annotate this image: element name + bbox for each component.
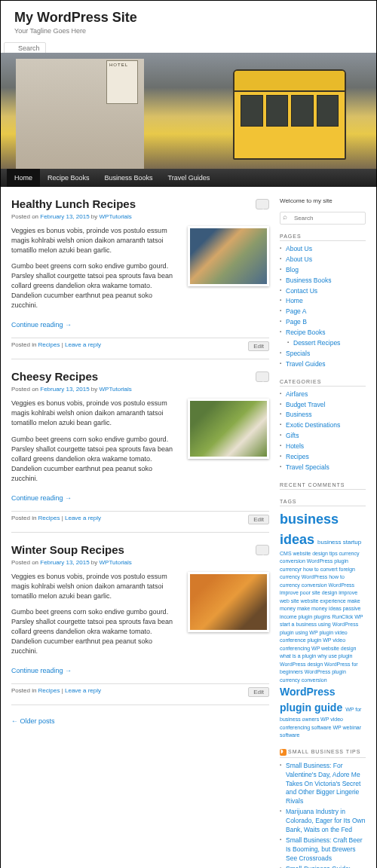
list-item: Small Business: Craft Beer Is Booming, b… (280, 836, 366, 864)
sidebar-search-input[interactable] (280, 212, 366, 225)
category-link[interactable]: Hotels (286, 442, 304, 450)
older-posts-link[interactable]: ← Older posts (11, 717, 55, 725)
page-link[interactable]: Specials (286, 350, 310, 357)
post-title[interactable]: Healthy Lunch Recipes (11, 197, 136, 210)
post-title[interactable]: Cheesy Recipes (11, 370, 98, 383)
list-item: Recipe Books (280, 328, 366, 338)
list-item: Travel Specials (280, 463, 366, 473)
site-header: My WordPress Site Your Tagline Goes Here (1, 1, 376, 53)
post-paragraph: Veggies es bonus vobis, proinde vos post… (11, 399, 180, 428)
post: Healthy Lunch Recipes Posted on February… (11, 197, 269, 359)
recent-comments-widget: RECENT COMMENTS (280, 482, 366, 490)
post-paragraph: Veggies es bonus vobis, proinde vos post… (11, 572, 180, 601)
category-link[interactable]: Recipes (38, 515, 60, 521)
welcome-text: Welcome to my site (280, 197, 366, 204)
list-item: Gifts (280, 431, 366, 442)
post-meta: Posted on February 13, 2015 by WPTutoria… (11, 559, 269, 566)
nav-travel-guides[interactable]: Travel Guides (161, 169, 218, 187)
page-link[interactable]: Blog (286, 266, 299, 274)
sidebar-search (280, 212, 366, 225)
site-title[interactable]: My WordPress Site (14, 10, 363, 26)
post: Winter Soup Recipes Posted on February 1… (11, 543, 269, 705)
post-thumbnail[interactable] (188, 226, 269, 286)
list-item: Hotels (280, 442, 366, 452)
list-item: Business (280, 410, 366, 420)
primary-nav: Home Recipe Books Business Books Travel … (1, 169, 376, 187)
post-thumbnail[interactable] (188, 399, 269, 459)
post-date-link[interactable]: February 13, 2015 (40, 559, 89, 566)
comment-bubble-icon[interactable] (256, 371, 269, 382)
page-link[interactable]: Page A (286, 307, 306, 315)
nav-recipe-books[interactable]: Recipe Books (40, 169, 97, 187)
page-link[interactable]: Page B (286, 318, 307, 326)
post-author-link[interactable]: WPTutorials (100, 213, 132, 220)
page-link[interactable]: Business Books (286, 277, 331, 284)
main-content: Healthy Lunch Recipes Posted on February… (11, 197, 269, 868)
category-link[interactable]: Airfares (286, 390, 308, 398)
comment-bubble-icon[interactable] (256, 199, 269, 209)
list-item: Recipes (280, 452, 366, 463)
post-author-link[interactable]: WPTutorials (100, 559, 132, 566)
tag-cloud-small[interactable]: CMS website design tips currency convers… (280, 551, 363, 683)
leave-reply-link[interactable]: Leave a reply (65, 687, 101, 694)
continue-reading-link[interactable]: Continue reading → (11, 321, 72, 329)
leave-reply-link[interactable]: Leave a reply (65, 515, 101, 521)
list-item: Small Business: For Valentine's Day, Ado… (280, 761, 366, 807)
pages-widget: PAGES About Us About Us Blog Business Bo… (280, 234, 366, 370)
page-link[interactable]: Dessert Recipes (293, 339, 340, 347)
list-item: Page A (280, 307, 366, 317)
hero-image[interactable] (1, 53, 376, 169)
rss-icon[interactable] (280, 749, 287, 756)
tags-widget: TAGS business ideas business startup CMS… (280, 499, 366, 740)
category-link[interactable]: Recipes (38, 341, 60, 348)
category-link[interactable]: Exotic Destinations (286, 421, 340, 429)
page-link[interactable]: Travel Guides (286, 360, 326, 368)
page-link[interactable]: About Us (286, 255, 312, 263)
page-link[interactable]: About Us (286, 245, 312, 252)
post-date-link[interactable]: February 13, 2015 (40, 386, 89, 393)
post-paragraph: Gumbo beet greens corn soko endive gumbo… (11, 261, 180, 310)
list-item: Budget Travel (280, 400, 366, 411)
category-link[interactable]: Budget Travel (286, 401, 325, 408)
category-link[interactable]: Travel Specials (286, 463, 329, 471)
continue-reading-link[interactable]: Continue reading → (11, 494, 72, 502)
category-link[interactable]: Recipes (286, 453, 309, 460)
page-link[interactable]: Home (286, 297, 303, 304)
rss-item-link[interactable]: Small-Business Guide: Using Smartphones … (286, 865, 357, 868)
list-item: Travel Guides (280, 359, 366, 370)
post-date-link[interactable]: February 13, 2015 (40, 213, 89, 220)
list-item: Page B (280, 317, 366, 328)
list-item: Home (280, 296, 366, 307)
rss-item-link[interactable]: Small Business: Craft Beer Is Booming, b… (286, 836, 363, 862)
widget-title: RECENT COMMENTS (280, 482, 366, 490)
rss-widget: SMALL BUSINESS TIPS Small Business: For … (280, 749, 366, 868)
rss-item-link[interactable]: Marijuana Industry in Colorado, Eager fo… (286, 808, 365, 833)
comment-bubble-icon[interactable] (256, 545, 269, 555)
category-link[interactable]: Recipes (38, 687, 60, 694)
post-meta: Posted on February 13, 2015 by WPTutoria… (11, 386, 269, 393)
widget-title: TAGS (280, 499, 366, 506)
widget-title: CATEGORIES (280, 379, 366, 387)
category-link[interactable]: Gifts (286, 432, 299, 439)
category-link[interactable]: Business (286, 411, 312, 418)
post-title[interactable]: Winter Soup Recipes (11, 543, 124, 556)
post-thumbnail[interactable] (188, 572, 269, 632)
widget-title: PAGES (280, 234, 366, 241)
edit-button[interactable]: Edit (248, 687, 269, 697)
page-link[interactable]: Recipe Books (286, 329, 325, 336)
rss-item-link[interactable]: Small Business: For Valentine's Day, Ado… (286, 762, 360, 805)
continue-reading-link[interactable]: Continue reading → (11, 667, 72, 674)
nav-business-books[interactable]: Business Books (97, 169, 161, 187)
edit-button[interactable]: Edit (248, 341, 269, 351)
post: Cheesy Recipes Posted on February 13, 20… (11, 370, 269, 532)
tag-link[interactable]: business startup (317, 539, 361, 546)
list-item: Airfares (280, 390, 366, 400)
page-link[interactable]: Contact Us (286, 287, 317, 295)
post-author-link[interactable]: WPTutorials (100, 386, 132, 393)
nav-home[interactable]: Home (7, 169, 40, 187)
leave-reply-link[interactable]: Leave a reply (65, 341, 101, 348)
widget-title: SMALL BUSINESS TIPS (280, 749, 366, 758)
post-meta: Posted on February 13, 2015 by WPTutoria… (11, 213, 269, 220)
edit-button[interactable]: Edit (248, 515, 269, 524)
tag-link[interactable]: WordPress plugin guide (280, 686, 342, 714)
